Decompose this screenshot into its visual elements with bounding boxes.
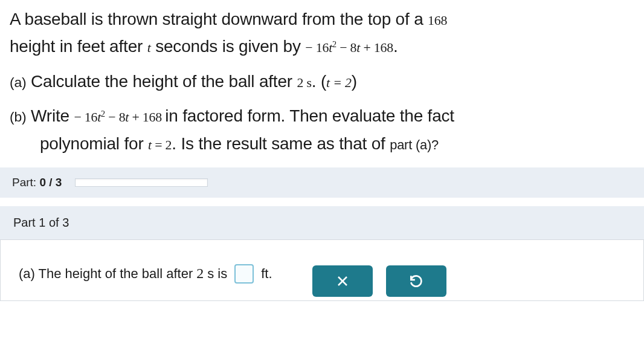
part-b-formula: − 16t2 − 8t + 168 — [74, 110, 165, 125]
answer-unit: ft. — [261, 266, 272, 282]
clear-button[interactable] — [312, 265, 373, 297]
answer-time-unit: s is — [207, 266, 227, 282]
part-a-text1: Calculate the height of the ball after — [26, 72, 297, 91]
subpart-header: Part 1 of 3 — [0, 206, 644, 239]
part-a-time: 2 s — [297, 76, 312, 90]
progress-sep: / — [46, 176, 56, 189]
part-a-text3: ) — [352, 72, 357, 91]
part-b-cond: t = 2 — [148, 138, 172, 152]
progress-current: 0 — [39, 176, 46, 189]
part-a-cond: t = 2 — [326, 76, 352, 90]
subpart-label: Part 1 of 3 — [13, 216, 69, 229]
answer-input[interactable] — [234, 264, 254, 284]
answer-prefix: (a) The height of the ball after — [19, 266, 193, 282]
problem-line2c: . — [393, 37, 398, 56]
problem-statement: A baseball is thrown straight downward f… — [10, 7, 634, 157]
progress-prefix: Part: — [12, 176, 39, 189]
progress-total: 3 — [56, 176, 62, 189]
part-b-text1: Write — [26, 106, 74, 125]
part-a-label: (a) — [10, 74, 26, 90]
problem-formula: − 16t2 − 8t + 168 — [305, 41, 393, 55]
part-b-label: (b) — [10, 109, 26, 125]
progress-bar — [75, 178, 208, 187]
problem-height-value: 168 — [428, 13, 447, 28]
problem-line2b: seconds is given by — [151, 37, 306, 56]
close-icon — [335, 274, 350, 288]
part-b-ref: part (a)? — [390, 137, 439, 152]
undo-icon — [408, 273, 424, 289]
answer-row: (a) The height of the ball after 2 s is … — [0, 239, 644, 301]
progress-label: Part: 0 / 3 — [12, 176, 62, 189]
progress-header: Part: 0 / 3 — [0, 167, 644, 198]
problem-line1a: A baseball is thrown straight downward f… — [10, 10, 428, 28]
part-b-line2b: . Is the result same as that of — [172, 134, 390, 153]
part-b-text2: in factored form. Then evaluate the fact — [165, 106, 454, 125]
reset-button[interactable] — [386, 265, 446, 297]
part-a-text2: . ( — [312, 72, 326, 91]
answer-time-num: 2 — [196, 265, 204, 282]
part-b-line2a: polynomial for — [40, 134, 148, 153]
problem-line2a: height in feet after — [10, 37, 147, 56]
